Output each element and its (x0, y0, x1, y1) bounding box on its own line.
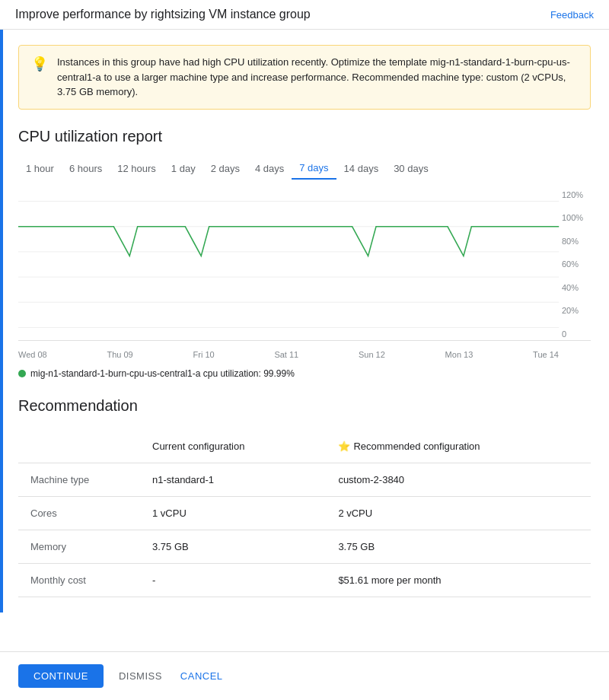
recommendation-section: Recommendation Current configuration ⭐ R… (18, 397, 591, 597)
tab-2days[interactable]: 2 days (203, 158, 247, 179)
row-recommended-cost: $51.61 more per month (326, 563, 591, 597)
cpu-report-section: CPU utilization report 1 hour 6 hours 12… (18, 128, 591, 379)
alert-box: 💡 Instances in this group have had high … (18, 45, 591, 110)
cpu-chart: 120% 100% 80% 60% 40% 20% 0 (18, 189, 591, 341)
tab-12hours[interactable]: 12 hours (110, 158, 164, 179)
table-row: Cores 1 vCPU 2 vCPU (18, 496, 591, 530)
y-label-40: 40% (562, 283, 588, 292)
table-row: Monthly cost - $51.61 more per month (18, 563, 591, 597)
cancel-button[interactable]: CANCEL (177, 664, 226, 688)
x-label-mon: Mon 13 (445, 350, 473, 359)
row-property-memory: Memory (18, 530, 140, 563)
row-current-machine-type: n1-standard-1 (140, 463, 326, 496)
chart-legend: mig-n1-standard-1-burn-cpu-us-central1-a… (18, 368, 591, 379)
x-label-sat: Sat 11 (274, 350, 298, 359)
footer: CONTINUE DISMISS CANCEL (0, 651, 609, 700)
recommended-header-label: Recommended configuration (353, 441, 480, 452)
alert-text: Instances in this group have had high CP… (57, 55, 578, 100)
tab-4days[interactable]: 4 days (247, 158, 292, 179)
row-property-cost: Monthly cost (18, 563, 140, 597)
cpu-report-title: CPU utilization report (18, 128, 591, 145)
row-current-cores: 1 vCPU (140, 496, 326, 530)
y-label-60: 60% (562, 259, 588, 269)
row-property-cores: Cores (18, 496, 140, 530)
page-header: Improve performance by rightsizing VM in… (0, 0, 609, 30)
y-label-100: 100% (562, 213, 588, 222)
x-label-tue: Tue 14 (533, 350, 559, 359)
y-label-80: 80% (562, 237, 588, 246)
y-label-0: 0 (562, 329, 588, 339)
col-header-current: Current configuration (140, 430, 326, 463)
tab-7days[interactable]: 7 days (292, 158, 336, 180)
row-recommended-cores: 2 vCPU (326, 496, 591, 530)
row-current-memory: 3.75 GB (140, 530, 326, 563)
x-label-wed: Wed 08 (18, 350, 47, 359)
tab-1hour[interactable]: 1 hour (18, 158, 62, 179)
col-header-recommended: ⭐ Recommended configuration (326, 430, 591, 463)
time-tabs-container: 1 hour 6 hours 12 hours 1 day 2 days 4 d… (18, 158, 591, 180)
chart-y-labels: 120% 100% 80% 60% 40% 20% 0 (559, 189, 591, 340)
y-label-120: 120% (562, 190, 588, 199)
page-title: Improve performance by rightsizing VM in… (15, 8, 311, 21)
star-icon: ⭐ (338, 441, 350, 452)
tab-14days[interactable]: 14 days (336, 158, 387, 179)
y-label-20: 20% (562, 306, 588, 315)
continue-button[interactable]: CONTINUE (18, 664, 104, 688)
row-recommended-memory: 3.75 GB (326, 530, 591, 563)
dismiss-button[interactable]: DISMISS (116, 664, 165, 688)
row-property-machine-type: Machine type (18, 463, 140, 496)
row-recommended-machine-type: custom-2-3840 (326, 463, 591, 496)
x-label-fri: Fri 10 (193, 350, 215, 359)
tab-30days[interactable]: 30 days (386, 158, 436, 179)
table-row: Machine type n1-standard-1 custom-2-3840 (18, 463, 591, 496)
row-current-cost: - (140, 563, 326, 597)
chart-x-labels: Wed 08 Thu 09 Fri 10 Sat 11 Sun 12 Mon 1… (18, 347, 591, 362)
table-row: Memory 3.75 GB 3.75 GB (18, 530, 591, 563)
accent-bar (0, 30, 3, 612)
col-header-property (18, 430, 140, 463)
feedback-link[interactable]: Feedback (550, 9, 594, 21)
warning-icon: 💡 (31, 56, 48, 72)
recommendation-title: Recommendation (18, 397, 591, 415)
table-header-row: Current configuration ⭐ Recommended conf… (18, 430, 591, 463)
chart-svg (18, 189, 591, 340)
x-label-thu: Thu 09 (107, 350, 132, 359)
content-area: 💡 Instances in this group have had high … (0, 30, 609, 612)
tab-1day[interactable]: 1 day (164, 158, 203, 179)
x-label-sun: Sun 12 (359, 350, 385, 359)
legend-text: mig-n1-standard-1-burn-cpu-us-central1-a… (30, 368, 295, 379)
recommendation-table: Current configuration ⭐ Recommended conf… (18, 430, 591, 597)
legend-dot (18, 370, 26, 377)
tab-6hours[interactable]: 6 hours (62, 158, 110, 179)
